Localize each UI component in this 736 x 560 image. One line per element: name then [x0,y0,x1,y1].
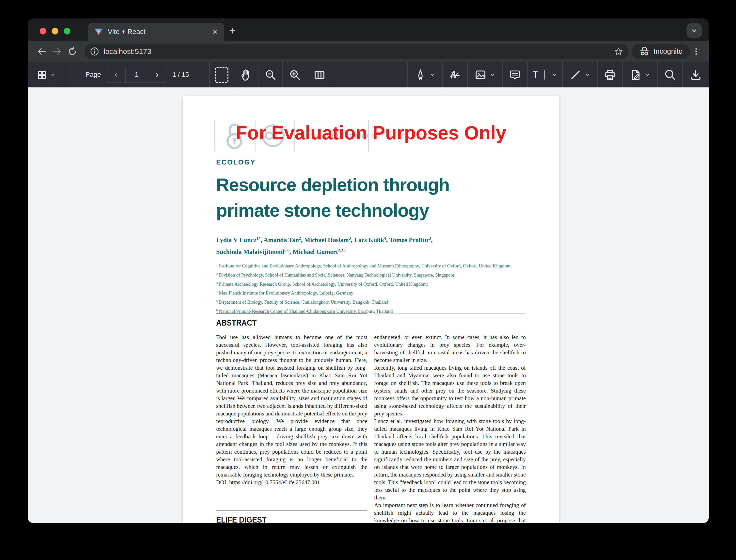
page-number-input[interactable]: 1 [125,67,148,82]
chevron-down-icon [584,72,590,78]
hand-icon [240,68,253,81]
freehand-annotation-button[interactable] [442,62,467,87]
insert-image-button[interactable] [468,62,502,87]
text-tool-icon: T [533,70,538,80]
site-info-icon[interactable] [90,47,99,56]
comment-icon [509,69,521,81]
doi-link[interactable]: DOI: https://doi.org/10.7554/eLife.23647… [216,478,367,486]
zoom-window-button[interactable] [64,28,70,34]
affiliation-item: 6 National Primate Research Center of Th… [216,306,512,315]
forward-arrow-icon [52,47,62,56]
pdf-toolbar: Page 1 1 / 15 [28,62,709,87]
back-arrow-icon [37,47,47,56]
article-title: Resource depletion through primate stone… [216,172,449,223]
comment-button[interactable] [503,62,527,87]
two-column-view-icon [313,69,326,81]
zoom-in-button[interactable] [283,62,307,87]
chevron-down-icon [551,72,557,78]
affiliation-list: 1 Institute for Cognitive and Evolutiona… [216,261,512,315]
chevron-down-icon [489,72,495,78]
pdf-viewport[interactable]: RESEARCH ARTICLE For Evaluation Purposes… [28,87,709,523]
pdf-page: RESEARCH ARTICLE For Evaluation Purposes… [183,96,559,523]
evaluation-watermark: For Evaluation Purposes Only [183,122,559,144]
download-button[interactable] [683,62,709,87]
tab-close-icon[interactable]: × [213,27,218,36]
grid-icon [37,70,47,80]
chevron-left-icon [113,72,119,78]
kebab-menu-icon [692,47,701,56]
signature-icon [448,68,461,81]
forward-button[interactable] [49,44,65,59]
hand-tool-button[interactable] [234,62,258,87]
pen-nib-icon [414,69,426,81]
select-tool-button[interactable] [210,62,234,87]
print-button[interactable] [598,62,622,87]
back-button[interactable] [34,44,49,59]
screen: Vite + React × + [0,0,736,560]
chevron-down-icon [50,72,56,78]
title-line-2: primate stone technology [216,198,449,223]
abstract-heading: ABSTRACT [216,318,262,328]
printer-icon [604,69,616,81]
page-label: Page [85,71,101,79]
author-list: Lydia V Luncz1*, Amanda Tan2, Michael Ha… [216,233,433,257]
affiliation-item: 1 Institute for Cognitive and Evolutiona… [216,261,512,270]
digest-paragraph: Recently, long-tailed macaques living on… [374,364,526,417]
reload-button[interactable] [65,44,80,59]
title-line-1: Resource depletion through [216,172,449,198]
abstract-column: Tool use has allowed humans to become on… [216,333,367,486]
authors-line-1: Lydia V Luncz1*, Amanda Tan2, Michael Ha… [216,233,433,245]
tab-search-caret-button[interactable] [687,23,702,38]
page-navigation: Page 1 1 / 15 [65,62,209,87]
text-tool-button[interactable]: T [528,62,562,87]
thumbnail-panel-button[interactable] [28,62,65,87]
search-document-button[interactable] [658,62,682,87]
next-page-button[interactable] [148,67,166,82]
minimize-window-button[interactable] [52,28,58,34]
browser-window: Vite + React × + [28,18,709,523]
chevron-down-icon [429,72,435,78]
subject-label: ECOLOGY [216,158,256,166]
affiliation-item: 2 Division of Psychology, School of Huma… [216,270,512,279]
window-controls [40,28,70,34]
digest-paragraph: endangered, or even extinct. In some cas… [374,333,526,364]
text-cursor-icon [541,69,548,80]
chevron-right-icon [154,72,160,78]
digest-paragraph: An important next step is to learn wheth… [374,501,526,523]
digest-rule [216,511,367,511]
browser-menu-button[interactable] [690,47,702,56]
incognito-label: Incognito [654,47,683,55]
pen-tool-button[interactable] [407,62,442,87]
affiliation-item: 5 Department of Biology, Faculty of Scie… [216,297,512,306]
reload-icon [67,47,77,56]
new-tab-button[interactable]: + [229,25,236,36]
digest-heading: ELIFE DIGEST [216,515,273,523]
bookmark-star-icon[interactable] [614,47,623,56]
browser-toolbar: localhost:5173 Incognito [28,41,709,62]
close-window-button[interactable] [40,28,46,34]
tab-strip: Vite + React × + [28,18,709,41]
line-icon [570,69,581,81]
previous-page-button[interactable] [107,67,125,82]
incognito-badge: Incognito [632,44,690,59]
zoom-out-button[interactable] [259,62,282,87]
url-text[interactable]: localhost:5173 [104,47,614,56]
line-tool-button[interactable] [563,62,597,87]
tab-vite-react[interactable]: Vite + React × [88,23,224,41]
document-edit-icon [629,69,642,81]
vite-favicon-icon [95,28,103,36]
zoom-in-icon [289,69,301,81]
chevron-down-icon [645,72,651,78]
page-layout-button[interactable] [307,62,332,87]
right-column-rule [374,313,525,313]
abstract-text: Tool use has allowed humans to become on… [216,333,367,478]
marquee-select-icon [215,67,229,83]
sign-document-button[interactable] [623,62,657,87]
affiliation-item: 4 Max Planck Institute for Evolutionary … [216,288,512,297]
page-indicator: 1 / 15 [172,71,189,79]
page-stepper: 1 [107,67,166,83]
address-bar[interactable]: localhost:5173 [84,44,628,59]
authors-line-2: Suchinda Malaivijitnond5,6, Michael Gume… [216,245,433,257]
tab-title: Vite + React [108,28,213,36]
chevron-down-icon [690,27,698,34]
